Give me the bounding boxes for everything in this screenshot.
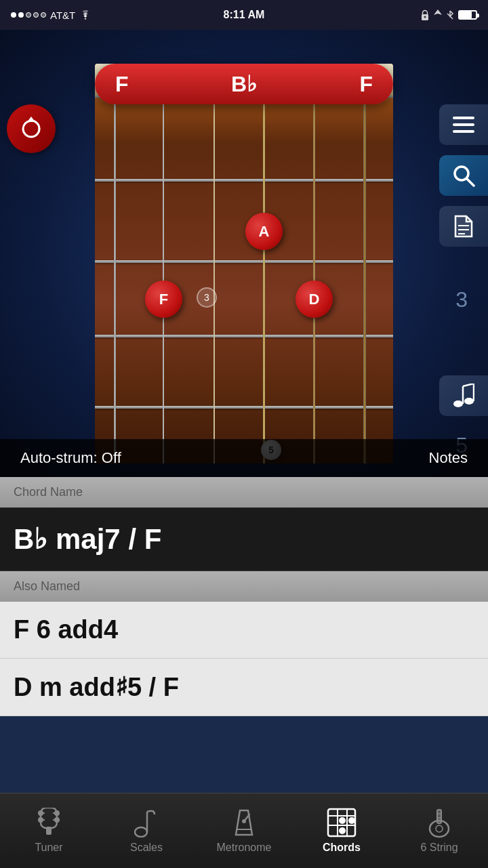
- list-button[interactable]: [439, 104, 488, 145]
- string-3: [214, 64, 215, 463]
- metronome-icon: [229, 808, 259, 838]
- tuner-icon: [34, 808, 64, 838]
- tab-scales[interactable]: Scales: [102, 802, 190, 859]
- search-button[interactable]: [439, 155, 488, 196]
- info-section: Chord Name B♭ maj7 / F Also Named F 6 ad…: [0, 477, 488, 716]
- svg-point-31: [242, 819, 246, 823]
- fret-4: [95, 406, 393, 409]
- fret-3: [95, 335, 393, 337]
- svg-rect-18: [46, 827, 52, 835]
- svg-rect-17: [41, 808, 57, 828]
- tab-chords-label: Chords: [323, 842, 361, 854]
- string-5: [313, 64, 315, 463]
- document-button[interactable]: [439, 206, 488, 247]
- fret-1: [95, 179, 393, 182]
- svg-rect-5: [453, 123, 474, 126]
- lock-icon: [420, 9, 430, 20]
- chord-bar: F B♭ F: [95, 64, 393, 104]
- tab-scales-label: Scales: [130, 842, 163, 854]
- tab-metronome[interactable]: Metronome: [200, 802, 288, 859]
- tab-6string-label: 6 String: [420, 842, 458, 854]
- chord-name-main: B♭ maj7 / F: [0, 508, 488, 571]
- fret-number-3: 3: [455, 287, 468, 312]
- alt-name-1-value: F 6 add4: [14, 615, 118, 644]
- auto-strum-text: Auto-strum: Off: [20, 449, 121, 467]
- svg-marker-2: [434, 9, 442, 15]
- battery-icon: [458, 10, 477, 20]
- tab-metronome-label: Metronome: [217, 842, 272, 854]
- also-named-header: Also Named: [0, 571, 488, 602]
- location-icon: [434, 9, 442, 20]
- string-2: [163, 64, 164, 463]
- svg-line-8: [467, 179, 474, 186]
- svg-point-39: [339, 827, 346, 834]
- chord-name-header: Chord Name: [0, 477, 488, 508]
- tab-tuner-label: Tuner: [35, 842, 62, 854]
- fretboard[interactable]: A F 3 D 5: [95, 64, 393, 463]
- svg-rect-4: [453, 117, 474, 119]
- signal-dots: [11, 12, 46, 18]
- tab-tuner[interactable]: Tuner: [5, 802, 93, 859]
- finger-dot-D: D: [296, 281, 333, 318]
- notes-text: Notes: [429, 449, 468, 467]
- status-left: AT&T: [11, 9, 92, 21]
- status-bar: AT&T 8:11 AM: [0, 0, 488, 30]
- alt-name-2-value: D m add♯5 / F: [14, 673, 179, 701]
- alt-name-1: F 6 add4: [0, 602, 488, 659]
- svg-point-38: [348, 817, 355, 824]
- finger-dot-F: F: [145, 281, 182, 318]
- chord-bar-left: F: [115, 72, 129, 97]
- tab-bar: Tuner Scales Metronome: [0, 793, 488, 868]
- svg-point-41: [436, 825, 443, 832]
- svg-point-13: [464, 398, 474, 405]
- carrier-label: AT&T: [50, 9, 75, 21]
- svg-point-37: [339, 817, 346, 824]
- refresh-button[interactable]: [7, 104, 56, 153]
- string-6: [363, 64, 366, 463]
- fret-2: [95, 260, 393, 263]
- chord-bar-center: B♭: [231, 71, 257, 97]
- status-time: 8:11 AM: [224, 9, 265, 21]
- bottom-overlay: Auto-strum: Off Notes: [0, 439, 488, 477]
- svg-rect-6: [453, 130, 474, 133]
- status-right: [420, 9, 477, 20]
- svg-line-16: [463, 384, 474, 386]
- string-1: [114, 64, 116, 463]
- tab-chords[interactable]: Chords: [298, 802, 386, 859]
- scales-icon: [131, 808, 161, 838]
- string-4: [263, 64, 265, 463]
- svg-point-12: [453, 400, 463, 407]
- barre-indicator: 3: [197, 287, 217, 308]
- wifi-icon: [79, 10, 92, 20]
- alt-name-2: D m add♯5 / F: [0, 659, 488, 716]
- chord-name-value: B♭ maj7 / F: [14, 523, 161, 555]
- finger-dot-A: A: [245, 213, 283, 250]
- bluetooth-icon: [446, 9, 454, 20]
- svg-marker-3: [27, 117, 35, 122]
- music-button[interactable]: [439, 375, 488, 416]
- fretboard-container[interactable]: 3 5 A F 3 D 5 F B♭ F Auto-str: [0, 30, 488, 477]
- guitar-icon: [424, 808, 454, 838]
- svg-point-27: [135, 827, 147, 837]
- svg-point-1: [424, 16, 426, 18]
- chord-bar-right: F: [359, 72, 373, 97]
- chords-icon: [327, 808, 357, 838]
- tab-6string[interactable]: 6 String: [395, 802, 483, 859]
